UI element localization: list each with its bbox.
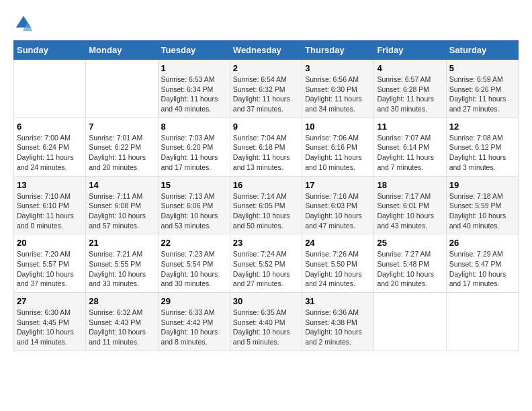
calendar-day: 2Sunrise: 6:54 AM Sunset: 6:32 PM Daylig… [230,60,302,118]
day-info: Sunrise: 7:24 AM Sunset: 5:52 PM Dayligh… [233,249,299,289]
calendar-day: 20Sunrise: 7:20 AM Sunset: 5:57 PM Dayli… [14,234,86,293]
day-number: 9 [233,122,299,132]
day-info: Sunrise: 7:23 AM Sunset: 5:54 PM Dayligh… [161,249,227,289]
calendar-day: 12Sunrise: 7:08 AM Sunset: 6:12 PM Dayli… [446,118,518,176]
weekday-header-friday: Friday [374,41,446,60]
calendar-day: 19Sunrise: 7:18 AM Sunset: 5:59 PM Dayli… [446,176,518,234]
day-number: 12 [449,122,515,132]
calendar-day: 8Sunrise: 7:03 AM Sunset: 6:20 PM Daylig… [158,118,230,176]
logo [13,13,36,34]
day-info: Sunrise: 6:36 AM Sunset: 4:38 PM Dayligh… [305,308,371,347]
day-number: 7 [89,122,154,132]
day-info: Sunrise: 7:29 AM Sunset: 5:47 PM Dayligh… [449,249,515,289]
day-info: Sunrise: 6:57 AM Sunset: 6:28 PM Dayligh… [377,75,443,114]
day-info: Sunrise: 7:14 AM Sunset: 6:05 PM Dayligh… [233,191,299,231]
day-number: 5 [449,63,515,73]
day-number: 13 [17,180,83,190]
calendar-day: 17Sunrise: 7:16 AM Sunset: 6:03 PM Dayli… [302,176,374,234]
day-number: 19 [449,180,515,190]
day-number: 26 [449,238,515,248]
day-info: Sunrise: 7:07 AM Sunset: 6:14 PM Dayligh… [377,133,443,173]
weekday-header-saturday: Saturday [446,41,518,60]
day-info: Sunrise: 7:04 AM Sunset: 6:18 PM Dayligh… [233,133,299,173]
day-info: Sunrise: 7:18 AM Sunset: 5:59 PM Dayligh… [449,191,515,231]
day-number: 29 [161,296,227,306]
day-info: Sunrise: 7:16 AM Sunset: 6:03 PM Dayligh… [305,191,371,231]
day-number: 31 [305,296,371,306]
day-number: 6 [17,122,83,132]
calendar-week-5: 27Sunrise: 6:30 AM Sunset: 4:45 PM Dayli… [14,293,519,351]
weekday-header-row: SundayMondayTuesdayWednesdayThursdayFrid… [14,41,519,60]
day-info: Sunrise: 7:01 AM Sunset: 6:22 PM Dayligh… [89,133,154,173]
day-info: Sunrise: 7:26 AM Sunset: 5:50 PM Dayligh… [305,249,371,289]
calendar-day: 31Sunrise: 6:36 AM Sunset: 4:38 PM Dayli… [302,293,374,351]
calendar-day: 15Sunrise: 7:13 AM Sunset: 6:06 PM Dayli… [158,176,230,234]
day-info: Sunrise: 7:20 AM Sunset: 5:57 PM Dayligh… [17,249,83,289]
calendar-day: 24Sunrise: 7:26 AM Sunset: 5:50 PM Dayli… [302,234,374,293]
day-number: 21 [89,238,154,248]
calendar-day: 23Sunrise: 7:24 AM Sunset: 5:52 PM Dayli… [230,234,302,293]
day-number: 14 [89,180,154,190]
calendar-day: 25Sunrise: 7:27 AM Sunset: 5:48 PM Dayli… [374,234,446,293]
calendar-day: 5Sunrise: 6:59 AM Sunset: 6:26 PM Daylig… [446,60,518,118]
calendar-day: 1Sunrise: 6:53 AM Sunset: 6:34 PM Daylig… [158,60,230,118]
day-info: Sunrise: 6:35 AM Sunset: 4:40 PM Dayligh… [233,308,299,347]
weekday-header-wednesday: Wednesday [230,41,302,60]
calendar-week-1: 1Sunrise: 6:53 AM Sunset: 6:34 PM Daylig… [14,60,519,118]
calendar-day: 9Sunrise: 7:04 AM Sunset: 6:18 PM Daylig… [230,118,302,176]
day-number: 8 [161,122,227,132]
calendar-day: 30Sunrise: 6:35 AM Sunset: 4:40 PM Dayli… [230,293,302,351]
day-info: Sunrise: 7:03 AM Sunset: 6:20 PM Dayligh… [161,133,227,173]
day-info: Sunrise: 7:11 AM Sunset: 6:08 PM Dayligh… [89,191,154,231]
day-info: Sunrise: 6:32 AM Sunset: 4:43 PM Dayligh… [89,308,154,347]
day-number: 17 [305,180,371,190]
calendar-day [86,60,158,118]
calendar-day: 11Sunrise: 7:07 AM Sunset: 6:14 PM Dayli… [374,118,446,176]
day-number: 18 [377,180,443,190]
calendar-week-3: 13Sunrise: 7:10 AM Sunset: 6:10 PM Dayli… [14,176,519,234]
weekday-header-monday: Monday [86,41,158,60]
day-number: 30 [233,296,299,306]
calendar-day: 14Sunrise: 7:11 AM Sunset: 6:08 PM Dayli… [86,176,158,234]
day-info: Sunrise: 7:08 AM Sunset: 6:12 PM Dayligh… [449,133,515,173]
day-info: Sunrise: 7:27 AM Sunset: 5:48 PM Dayligh… [377,249,443,289]
day-number: 3 [305,63,371,73]
weekday-header-thursday: Thursday [302,41,374,60]
calendar-day: 21Sunrise: 7:21 AM Sunset: 5:55 PM Dayli… [86,234,158,293]
day-number: 10 [305,122,371,132]
day-info: Sunrise: 7:21 AM Sunset: 5:55 PM Dayligh… [89,249,154,289]
calendar-day: 7Sunrise: 7:01 AM Sunset: 6:22 PM Daylig… [86,118,158,176]
day-info: Sunrise: 6:53 AM Sunset: 6:34 PM Dayligh… [161,75,227,114]
calendar-day: 28Sunrise: 6:32 AM Sunset: 4:43 PM Dayli… [86,293,158,351]
day-info: Sunrise: 6:30 AM Sunset: 4:45 PM Dayligh… [17,308,83,347]
calendar-day: 13Sunrise: 7:10 AM Sunset: 6:10 PM Dayli… [14,176,86,234]
calendar-table: SundayMondayTuesdayWednesdayThursdayFrid… [13,40,519,351]
weekday-header-sunday: Sunday [14,41,86,60]
day-number: 2 [233,63,299,73]
calendar-day: 4Sunrise: 6:57 AM Sunset: 6:28 PM Daylig… [374,60,446,118]
calendar-day: 29Sunrise: 6:33 AM Sunset: 4:42 PM Dayli… [158,293,230,351]
day-info: Sunrise: 7:00 AM Sunset: 6:24 PM Dayligh… [17,133,83,173]
day-number: 27 [17,296,83,306]
calendar-day: 27Sunrise: 6:30 AM Sunset: 4:45 PM Dayli… [14,293,86,351]
day-info: Sunrise: 7:17 AM Sunset: 6:01 PM Dayligh… [377,191,443,231]
day-number: 20 [17,238,83,248]
calendar-day [374,293,446,351]
day-info: Sunrise: 6:56 AM Sunset: 6:30 PM Dayligh… [305,75,371,114]
calendar-day: 18Sunrise: 7:17 AM Sunset: 6:01 PM Dayli… [374,176,446,234]
calendar-day: 3Sunrise: 6:56 AM Sunset: 6:30 PM Daylig… [302,60,374,118]
day-number: 24 [305,238,371,248]
logo-icon [13,13,34,34]
day-number: 1 [161,63,227,73]
day-number: 23 [233,238,299,248]
day-info: Sunrise: 6:33 AM Sunset: 4:42 PM Dayligh… [161,308,227,347]
calendar-day: 22Sunrise: 7:23 AM Sunset: 5:54 PM Dayli… [158,234,230,293]
calendar-day: 16Sunrise: 7:14 AM Sunset: 6:05 PM Dayli… [230,176,302,234]
day-number: 11 [377,122,443,132]
day-info: Sunrise: 6:54 AM Sunset: 6:32 PM Dayligh… [233,75,299,114]
day-number: 22 [161,238,227,248]
calendar-week-4: 20Sunrise: 7:20 AM Sunset: 5:57 PM Dayli… [14,234,519,293]
day-number: 28 [89,296,154,306]
weekday-header-tuesday: Tuesday [158,41,230,60]
calendar-day: 6Sunrise: 7:00 AM Sunset: 6:24 PM Daylig… [14,118,86,176]
